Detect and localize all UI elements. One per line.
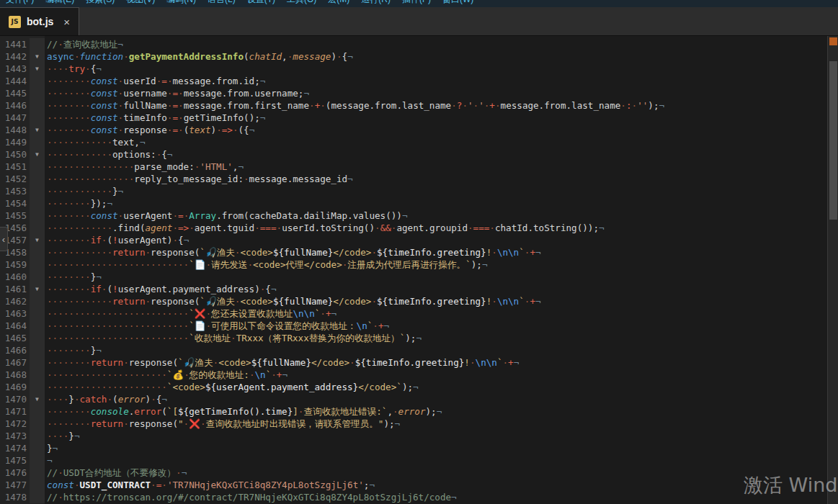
code-area[interactable]: //·查询收款地址¬async·function·getPaymentAddre…: [45, 36, 827, 504]
code-line[interactable]: ············}¬: [47, 185, 827, 197]
code-line[interactable]: const·USDT_CONTRACT·=·'TR7NHqjeKQxGTCi8q…: [47, 479, 827, 491]
code-line[interactable]: ················parse_mode:·'HTML',¬: [47, 161, 827, 173]
code-line[interactable]: ············.find(agent·=>·agent.tguid·=…: [47, 222, 827, 234]
whitespace-dots: ····: [47, 394, 68, 405]
menu-item[interactable]: 搜索(S): [80, 0, 120, 6]
whitespace-dots: ·: [254, 222, 260, 233]
code-token: </code>: [333, 296, 371, 307]
fold-margin: [30, 87, 45, 99]
code-line[interactable]: ············options:·{¬: [47, 148, 827, 161]
line-number: 1450: [0, 148, 30, 161]
line-number: 1478: [0, 491, 30, 503]
code-line[interactable]: ········const·username·=·message.from.us…: [47, 87, 827, 99]
code-token: =: [172, 100, 178, 111]
menu-item[interactable]: 语言(L): [202, 0, 241, 6]
code-line[interactable]: ········const·response·=·(text)·=>·({¬: [47, 124, 827, 136]
panel-splitter-handle[interactable]: ‹: [0, 227, 8, 251]
menu-item[interactable]: 编辑(E): [40, 0, 80, 6]
eol-mark: ¬: [303, 88, 309, 99]
code-token: //: [47, 39, 58, 50]
code-line[interactable]: ········});¬: [47, 197, 827, 210]
whitespace-dots: ·: [178, 125, 184, 135]
eol-mark: ¬: [402, 210, 408, 221]
code-line[interactable]: //·查询收款地址¬: [47, 38, 827, 50]
code-line[interactable]: ········if·(!userAgent)·{¬: [47, 234, 827, 246]
code-line[interactable]: }¬: [47, 442, 827, 454]
whitespace-dots: ········: [47, 112, 91, 123]
code-line[interactable]: ··························`📄·请先发送·<code>…: [47, 258, 827, 271]
menu-item[interactable]: 视图(V): [120, 0, 161, 6]
code-line[interactable]: ········return·response(`🎣渔夫·<code>${ful…: [47, 356, 827, 369]
gutter-line: 1466: [0, 344, 45, 356]
code-line[interactable]: ¬: [47, 454, 827, 467]
code-line[interactable]: ········return·response("·❌·查询收款地址时出现错误，…: [47, 418, 827, 430]
line-number: 1465: [0, 332, 30, 344]
menu-item[interactable]: 宏(M): [322, 0, 355, 6]
code-line[interactable]: ········const·timeInfo·=·getTimeInfo();¬: [47, 112, 827, 124]
whitespace-dots: ·: [462, 100, 468, 111]
code-line[interactable]: ··························`📄·可使用以下命令设置您的…: [47, 320, 827, 332]
code-token: message.from.last_name: [501, 100, 621, 111]
menu-item[interactable]: 运行(R): [355, 0, 396, 6]
fold-margin: [30, 295, 45, 307]
fold-margin: [30, 271, 45, 283]
code-line[interactable]: ····}¬: [47, 430, 827, 442]
gutter-line: 1449: [0, 136, 45, 148]
code-line[interactable]: ····}·catch·(error)·{¬: [47, 393, 827, 405]
code-line[interactable]: ············text,¬: [47, 136, 827, 148]
fold-margin: [30, 332, 45, 344]
code-token: return: [91, 357, 124, 368]
whitespace-dots: ················: [47, 174, 134, 184]
menu-item[interactable]: 文件(F): [0, 0, 40, 6]
code-line[interactable]: ········const·userAgent·=·Array.from(cac…: [47, 210, 827, 222]
menu-item[interactable]: 编码(N): [161, 0, 202, 6]
fold-marker-icon[interactable]: ▼: [30, 148, 45, 161]
scrollbar-thumb[interactable]: [829, 61, 837, 220]
code-line[interactable]: ········console.error(`[${getTimeInfo().…: [47, 405, 827, 418]
fold-marker-icon[interactable]: ▼: [30, 234, 45, 246]
code-token: 注册成为代理后再进行操作。`: [347, 259, 471, 270]
code-line[interactable]: ········const·userId·=·message.from.id;¬: [47, 75, 827, 87]
code-line[interactable]: //·https://tronscan.org/#/contract/TR7NH…: [47, 491, 827, 503]
fold-marker-icon[interactable]: ▼: [30, 283, 45, 295]
eol-mark: ¬: [659, 100, 664, 111]
code-token: ${fullName}: [273, 296, 333, 307]
fold-margin: [30, 467, 45, 479]
code-line[interactable]: ········const·fullName·=·message.from.fi…: [47, 99, 827, 112]
code-line[interactable]: ··························`❌·您还未设置收款地址\n…: [47, 307, 827, 320]
menu-item[interactable]: 窗口(W): [437, 0, 479, 6]
code-token: \n\n: [293, 308, 314, 319]
whitespace-dots: ········: [47, 125, 91, 135]
code-line[interactable]: async·function·getPaymentAddressInfo(cha…: [47, 50, 827, 63]
eol-mark: ¬: [369, 480, 375, 490]
vertical-scrollbar[interactable]: [827, 36, 838, 504]
tab-close-icon[interactable]: ×: [63, 16, 70, 28]
code-token: `[: [167, 406, 178, 417]
code-line[interactable]: ············return·response(`🎣渔夫·<code>$…: [47, 295, 827, 307]
code-line[interactable]: ··························`收款地址·TRxxx（将T…: [47, 332, 827, 344]
menu-item[interactable]: 设置(T): [241, 0, 281, 6]
code-line[interactable]: ········}¬: [47, 271, 827, 283]
line-number: 1452: [0, 173, 30, 185]
code-token: (: [244, 51, 249, 62]
code-line[interactable]: ······················`<code>${userAgent…: [47, 381, 827, 393]
fold-marker-icon[interactable]: ▼: [30, 50, 45, 63]
whitespace-dots: ····: [47, 431, 68, 441]
code-line[interactable]: ······················`💰·您的收款地址:·\n`·+¬: [47, 369, 827, 381]
fold-marker-icon[interactable]: ▼: [30, 63, 45, 75]
menu-item[interactable]: 插件(P): [396, 0, 437, 6]
code-line[interactable]: ············return·response(`🎣渔夫·<code>$…: [47, 246, 827, 258]
menu-item[interactable]: 工具(O): [281, 0, 322, 6]
line-number: 1444: [0, 75, 30, 87]
code-line[interactable]: ················reply_to_message_id:·mes…: [47, 173, 827, 185]
code-line[interactable]: ····try·{¬: [47, 63, 827, 75]
whitespace-dots: ··························: [47, 308, 189, 319]
code-line[interactable]: //·USDT合约地址（不要修改）·¬: [47, 467, 827, 479]
tab-botjs[interactable]: JS bot.js ×: [0, 7, 79, 35]
code-token: +: [508, 357, 514, 368]
fold-marker-icon[interactable]: ▼: [30, 124, 45, 136]
code-line[interactable]: ········}¬: [47, 344, 827, 356]
code-line[interactable]: ········if·(!userAgent.payment_address)·…: [47, 283, 827, 295]
eol-mark: ¬: [451, 492, 457, 503]
fold-marker-icon[interactable]: ▼: [30, 393, 45, 405]
